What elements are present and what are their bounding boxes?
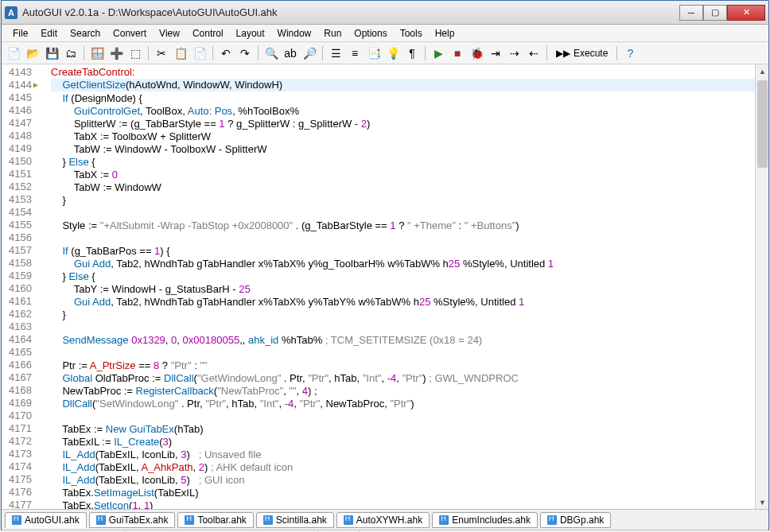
menu-layout[interactable]: Layout [230,26,271,41]
save-all-button[interactable]: 🗂 [62,45,80,62]
file-tab[interactable]: EnumIncludes.ahk [432,512,538,528]
app-icon: A [5,6,18,19]
paste-button[interactable]: 📄 [191,45,208,62]
file-icon [12,515,21,525]
file-tab-label: AutoGUI.ahk [25,515,80,526]
step-into-button[interactable]: ⇥ [487,45,504,62]
file-tab[interactable]: Scintilla.ahk [256,512,334,528]
menu-tools[interactable]: Tools [394,26,429,41]
file-tab[interactable]: AutoGUI.ahk [5,512,87,528]
scrollbar-thumb[interactable] [757,80,768,168]
minimize-button[interactable]: ─ [679,5,703,21]
run-button[interactable]: ▶ [430,45,447,62]
cut-button[interactable]: ✂ [153,45,170,62]
tip-button[interactable]: 💡 [384,45,402,62]
editor[interactable]: 4143414441454146414741484149415041514152… [2,64,768,509]
var-list-button[interactable]: ≡ [346,45,364,62]
file-icon [263,515,273,525]
file-tab-label: Toolbar.ahk [197,515,246,526]
menu-window[interactable]: Window [271,26,318,41]
menu-options[interactable]: Options [348,26,393,41]
file-tab[interactable]: GuiTabEx.ahk [89,512,176,528]
tab-strip: AutoGUI.ahkGuiTabEx.ahkToolbar.ahkScinti… [2,509,768,530]
new-button[interactable]: 📄 [5,45,22,62]
add-control-button[interactable]: ➕ [107,45,125,62]
code-area[interactable]: CreateTabControl: GetClientSize(hAutoWnd… [37,64,755,509]
file-icon [344,515,353,525]
file-icon [185,515,194,525]
file-icon [96,515,106,525]
title-bar: A AutoGUI v2.0.1a - D:\Workspace\AutoGUI… [2,1,768,25]
replace-button[interactable]: ab [282,45,299,62]
toolbar: 📄 📂 💾 🗂 🪟 ➕ ⬚ ✂ 📋 📄 ↶ ↷ 🔍 ab 🔎 ☰ ≡ 📑 💡 ¶… [2,42,768,64]
new-gui-button[interactable]: 🪟 [88,45,106,62]
step-over-button[interactable]: ⇢ [506,45,523,62]
vertical-scrollbar[interactable]: ▲ ▼ [755,64,768,509]
file-tab-label: EnumIncludes.ahk [452,515,531,526]
func-list-button[interactable]: ☰ [327,45,344,62]
menu-run[interactable]: Run [317,26,348,41]
file-icon [547,515,557,525]
menu-edit[interactable]: Edit [34,26,64,41]
undo-button[interactable]: ↶ [217,45,235,62]
file-tab-label: GuiTabEx.ahk [109,515,169,526]
menu-bar: FileEditSearchConvertViewControlLayoutWi… [2,25,768,42]
step-out-button[interactable]: ⇠ [525,45,542,62]
open-button[interactable]: 📂 [24,45,41,62]
file-tab[interactable]: Toolbar.ahk [177,512,253,528]
stop-button[interactable]: ■ [449,45,466,62]
menu-help[interactable]: Help [429,26,461,41]
menu-search[interactable]: Search [64,26,107,41]
find-files-button[interactable]: 🔎 [301,45,318,62]
debug-button[interactable]: 🐞 [468,45,485,62]
line-gutter: 4143414441454146414741484149415041514152… [2,64,37,509]
save-button[interactable]: 💾 [43,45,60,62]
window-title: AutoGUI v2.0.1a - D:\Workspace\AutoGUI\A… [22,6,679,18]
file-tab-label: DBGp.ahk [560,515,604,526]
file-tab-label: Scintilla.ahk [276,515,327,526]
scroll-up-icon[interactable]: ▲ [756,64,769,78]
maximize-button[interactable]: ▢ [703,5,727,21]
file-tab[interactable]: DBGp.ahk [540,512,611,528]
execute-button[interactable]: ▶▶Execute [551,45,612,62]
close-button[interactable]: ✕ [727,5,765,21]
menu-file[interactable]: File [6,26,34,41]
file-tab[interactable]: AutoXYWH.ahk [336,512,430,528]
menu-convert[interactable]: Convert [107,26,153,41]
redo-button[interactable]: ↷ [236,45,254,62]
scroll-down-icon[interactable]: ▼ [756,495,769,509]
file-icon [439,515,449,525]
bookmark-button[interactable]: ¶ [403,45,421,62]
layout-button[interactable]: ⬚ [126,45,144,62]
menu-view[interactable]: View [153,26,186,41]
copy-button[interactable]: 📋 [172,45,189,62]
menu-control[interactable]: Control [186,26,230,41]
autocomplete-button[interactable]: 📑 [365,45,383,62]
find-button[interactable]: 🔍 [262,45,280,62]
file-tab-label: AutoXYWH.ahk [356,515,422,526]
help-button[interactable]: ? [621,45,639,62]
